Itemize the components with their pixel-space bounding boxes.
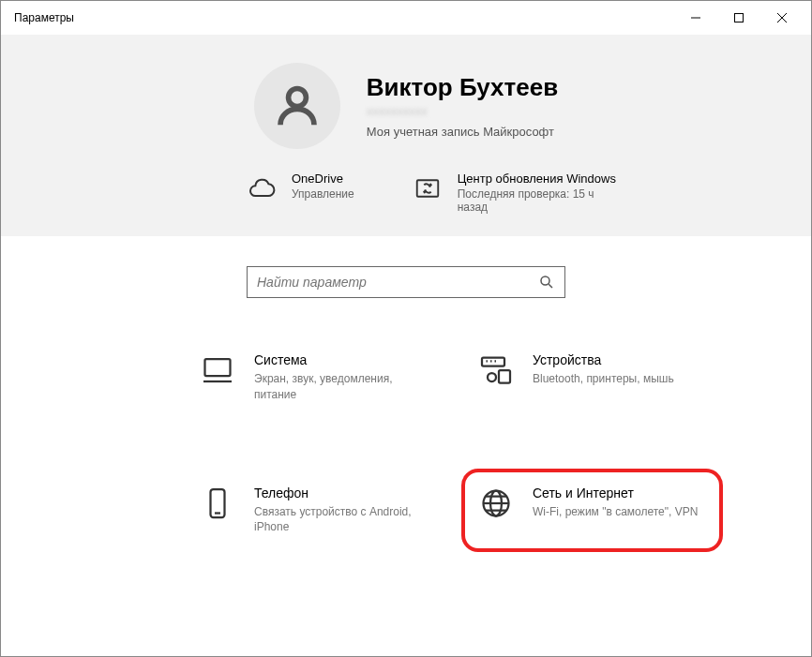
svg-point-12: [488, 373, 496, 381]
titlebar: Параметры: [1, 1, 811, 35]
svg-point-4: [288, 89, 306, 107]
window-title: Параметры: [14, 11, 74, 24]
category-network-text: Сеть и Интернет Wi-Fi, режим "в самолете…: [533, 485, 698, 520]
search-box[interactable]: [247, 266, 565, 298]
quick-update[interactable]: Центр обновления Windows Последняя прове…: [411, 172, 616, 214]
category-network-title: Сеть и Интернет: [533, 485, 698, 500]
category-system-text: Система Экран, звук, уведомления, питани…: [254, 352, 423, 403]
category-system[interactable]: Система Экран, звук, уведомления, питани…: [188, 341, 439, 414]
category-phone-sub: Связать устройство с Android, iPhone: [254, 504, 423, 536]
svg-rect-5: [416, 180, 438, 197]
minimize-icon: [690, 12, 701, 23]
svg-point-6: [541, 276, 549, 285]
search-row: [1, 236, 811, 307]
quick-update-title: Центр обновления Windows: [458, 172, 616, 186]
category-network[interactable]: Сеть и Интернет Wi-Fi, режим "в самолете…: [467, 474, 717, 547]
settings-window: Параметры Виктор Бухтеев xxxxxxx: [0, 0, 812, 657]
maximize-button[interactable]: [717, 3, 760, 33]
minimize-button[interactable]: [674, 3, 717, 33]
quick-onedrive-text: OneDrive Управление: [292, 172, 354, 201]
cloud-icon: [245, 172, 278, 205]
close-button[interactable]: [760, 3, 804, 33]
header-area: Виктор Бухтеев xxxxxxxxxx Моя учетная за…: [1, 35, 811, 236]
category-devices-title: Устройства: [533, 352, 674, 367]
category-system-sub: Экран, звук, уведомления, питание: [254, 371, 423, 403]
system-icon: [200, 352, 235, 388]
category-devices[interactable]: Устройства Bluetooth, принтеры, мышь: [467, 341, 717, 414]
devices-icon: [478, 352, 514, 388]
svg-rect-8: [205, 359, 231, 376]
category-network-sub: Wi-Fi, режим "в самолете", VPN: [533, 504, 698, 520]
category-system-title: Система: [254, 352, 423, 367]
maximize-icon: [733, 12, 744, 23]
svg-line-7: [549, 284, 552, 288]
avatar[interactable]: [254, 63, 340, 149]
user-email-blurred: xxxxxxxxxx: [367, 104, 558, 119]
user-name: Виктор Бухтеев: [367, 73, 558, 102]
category-phone-text: Телефон Связать устройство с Android, iP…: [254, 485, 423, 536]
profile-row: Виктор Бухтеев xxxxxxxxxx Моя учетная за…: [38, 63, 774, 149]
profile-text: Виктор Бухтеев xxxxxxxxxx Моя учетная за…: [367, 73, 558, 139]
search-input[interactable]: [257, 275, 538, 290]
window-controls: [674, 3, 804, 33]
user-icon: [272, 81, 323, 131]
quick-onedrive[interactable]: OneDrive Управление: [245, 172, 354, 214]
category-phone-title: Телефон: [254, 485, 423, 500]
phone-icon: [200, 485, 235, 521]
svg-rect-10: [482, 358, 504, 366]
quick-links: OneDrive Управление Центр обновления Win…: [38, 172, 774, 214]
quick-onedrive-title: OneDrive: [292, 172, 354, 186]
close-icon: [776, 12, 788, 23]
svg-rect-11: [499, 370, 510, 383]
update-icon: [411, 172, 444, 205]
search-icon: [538, 274, 555, 291]
svg-rect-1: [735, 14, 744, 22]
account-link[interactable]: Моя учетная запись Майкрософт: [367, 125, 558, 139]
quick-onedrive-sub: Управление: [292, 187, 354, 201]
globe-icon: [478, 485, 514, 521]
categories-grid: Система Экран, звук, уведомления, питани…: [1, 307, 811, 546]
category-devices-sub: Bluetooth, принтеры, мышь: [533, 371, 674, 387]
category-devices-text: Устройства Bluetooth, принтеры, мышь: [533, 352, 674, 387]
quick-update-text: Центр обновления Windows Последняя прове…: [458, 172, 616, 214]
category-phone[interactable]: Телефон Связать устройство с Android, iP…: [188, 474, 439, 547]
quick-update-sub: Последняя проверка: 15 ч назад: [458, 187, 598, 214]
